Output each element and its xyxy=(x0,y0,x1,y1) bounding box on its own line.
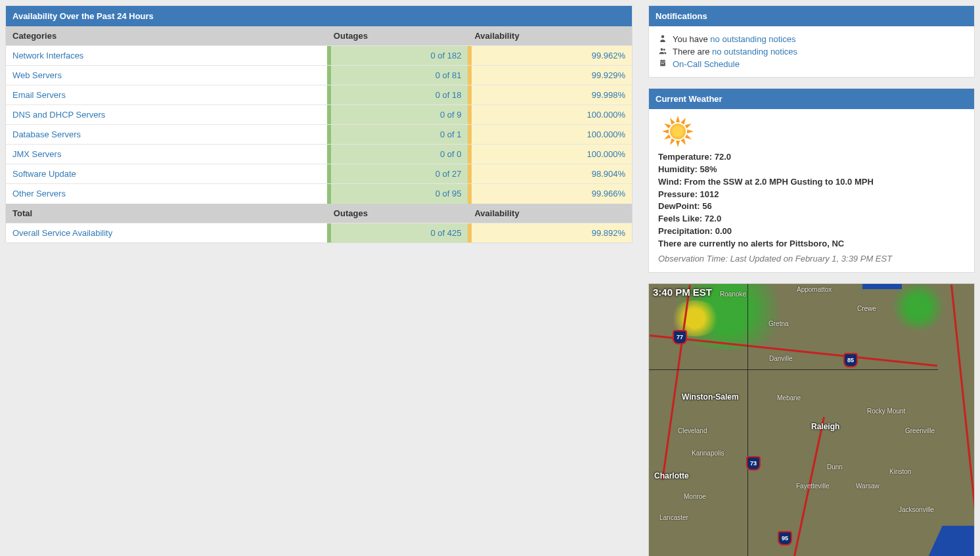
dewpoint-value: 56 xyxy=(702,201,711,211)
radar-city-major: Raleigh xyxy=(811,422,839,431)
outages-value: 0 of 18 xyxy=(435,90,462,100)
radar-time: 3:40 PM EST xyxy=(653,287,712,298)
total-availability-bar: 99.892% xyxy=(468,223,632,243)
radar-city-minor: Kannapolis xyxy=(692,450,724,457)
category-link[interactable]: Network Interfaces xyxy=(12,51,83,60)
total-outages-bar: 0 of 425 xyxy=(327,223,468,243)
oncall-schedule-link[interactable]: On-Call Schedule xyxy=(673,59,740,69)
there-are-notices-link[interactable]: no outstanding notices xyxy=(712,47,797,57)
pressure-value: 1012 xyxy=(700,189,719,199)
pressure-label: Pressure: xyxy=(658,189,700,199)
you-have-notices-link[interactable]: no outstanding notices xyxy=(710,34,795,44)
header-total-availability: Availability xyxy=(468,204,632,223)
table-row: JMX Servers0 of 0100.000% xyxy=(6,145,632,164)
availability-bar: 99.966% xyxy=(468,184,632,204)
header-categories: Categories xyxy=(6,26,327,46)
availability-bar: 99.998% xyxy=(468,85,632,104)
overall-availability-link[interactable]: Overall Service Availability xyxy=(12,228,112,238)
category-link[interactable]: JMX Servers xyxy=(12,149,61,159)
category-link[interactable]: DNS and DHCP Servers xyxy=(12,110,105,120)
category-link[interactable]: Other Servers xyxy=(12,189,66,198)
user-icon xyxy=(658,34,667,44)
availability-value: 99.966% xyxy=(592,189,625,198)
table-row: Other Servers0 of 9599.966% xyxy=(6,184,632,204)
availability-bar: 99.929% xyxy=(468,66,632,85)
outages-value: 0 of 182 xyxy=(430,51,461,60)
calendar-icon xyxy=(658,59,667,69)
category-link[interactable]: Software Update xyxy=(12,169,76,179)
radar-city-minor: Jacksonville xyxy=(899,506,934,513)
header-total: Total xyxy=(6,204,327,223)
category-link[interactable]: Email Servers xyxy=(12,90,66,100)
radar-city-minor: Rocky Mount xyxy=(867,407,905,415)
outages-bar: 0 of 0 xyxy=(327,145,468,164)
humidity-label: Humidity: xyxy=(658,164,700,174)
availability-table: Categories Outages Availability Network … xyxy=(6,26,632,243)
availability-bar: 99.962% xyxy=(468,46,632,65)
radar-city-minor: Appomattox xyxy=(797,286,832,293)
radar-map[interactable]: 3:40 PM EST Winston-SalemRaleighCharlott… xyxy=(648,283,975,556)
outages-value: 0 of 0 xyxy=(440,149,462,159)
sun-icon xyxy=(663,117,692,146)
availability-value: 98.904% xyxy=(592,169,625,179)
table-row: DNS and DHCP Servers0 of 9100.000% xyxy=(6,105,632,125)
availability-bar: 100.000% xyxy=(468,105,632,124)
radar-city-minor: Mebane xyxy=(777,394,801,402)
outages-value: 0 of 1 xyxy=(440,129,462,139)
precip-value: 0.00 xyxy=(715,226,732,236)
outages-value: 0 of 95 xyxy=(435,189,462,198)
radar-city-minor: Danville xyxy=(769,355,793,362)
radar-city-major: Winston-Salem xyxy=(682,392,739,402)
highway-shield: 73 xyxy=(746,456,761,471)
table-row: Web Servers0 of 8199.929% xyxy=(6,66,632,85)
availability-value: 100.000% xyxy=(587,149,625,159)
availability-value: 100.000% xyxy=(587,129,625,139)
table-row: Network Interfaces0 of 18299.962% xyxy=(6,46,632,66)
weather-panel-title: Current Weather xyxy=(649,89,974,109)
radar-city-minor: Monroe xyxy=(684,493,706,500)
outages-bar: 0 of 9 xyxy=(327,105,468,124)
precip-label: Precipitation: xyxy=(658,226,715,236)
dewpoint-label: DewPoint: xyxy=(658,201,702,211)
table-row: Software Update0 of 2798.904% xyxy=(6,164,632,184)
feelslike-value: 72.0 xyxy=(705,214,721,223)
radar-city-minor: Kinston xyxy=(889,468,911,475)
wind-value: From the SSW at 2.0 MPH Gusting to 10.0 … xyxy=(684,177,874,187)
outages-bar: 0 of 1 xyxy=(327,125,468,144)
header-outages: Outages xyxy=(327,26,468,46)
radar-city-minor: Cleveland xyxy=(678,427,707,434)
header-availability: Availability xyxy=(468,26,632,46)
notif-there-are-prefix: There are xyxy=(673,47,712,57)
notif-you-have-prefix: You have xyxy=(673,34,710,44)
observation-time: Observation Time: Last Updated on Februa… xyxy=(658,253,965,266)
outages-bar: 0 of 27 xyxy=(327,164,468,183)
highway-shield: 95 xyxy=(778,531,792,545)
table-row: Database Servers0 of 1100.000% xyxy=(6,125,632,145)
availability-bar: 100.000% xyxy=(468,125,632,144)
notifications-panel: Notifications You have no outstanding no… xyxy=(648,5,975,78)
feelslike-label: Feels Like: xyxy=(658,214,705,223)
outages-bar: 0 of 182 xyxy=(327,46,468,65)
outages-value: 0 of 27 xyxy=(435,169,462,179)
radar-city-minor: Lancaster xyxy=(659,514,688,521)
radar-city-minor: Gretna xyxy=(768,320,789,327)
radar-city-minor: Fayetteville xyxy=(796,482,830,490)
notifications-panel-title: Notifications xyxy=(649,6,974,26)
alerts-text: There are currently no alerts for Pittsb… xyxy=(658,239,844,248)
availability-panel-title: Availability Over the Past 24 Hours xyxy=(6,6,632,26)
total-availability-value: 99.892% xyxy=(592,228,625,238)
radar-city-minor: Crewe xyxy=(857,305,876,312)
temperature-value: 72.0 xyxy=(715,152,731,162)
availability-value: 99.998% xyxy=(592,90,625,100)
category-link[interactable]: Database Servers xyxy=(12,129,81,139)
total-outages-value: 0 of 425 xyxy=(430,228,461,238)
availability-value: 100.000% xyxy=(587,110,625,120)
radar-city-minor: Warsaw xyxy=(856,482,880,490)
radar-city-major: Charlotte xyxy=(654,471,689,480)
table-row-total: Overall Service Availability 0 of 425 99… xyxy=(6,223,632,243)
category-link[interactable]: Web Servers xyxy=(12,70,62,80)
availability-value: 99.962% xyxy=(592,51,625,60)
availability-panel: Availability Over the Past 24 Hours Cate… xyxy=(5,5,633,243)
list-item: There are no outstanding notices xyxy=(658,45,965,58)
highway-shield: 77 xyxy=(673,330,687,344)
